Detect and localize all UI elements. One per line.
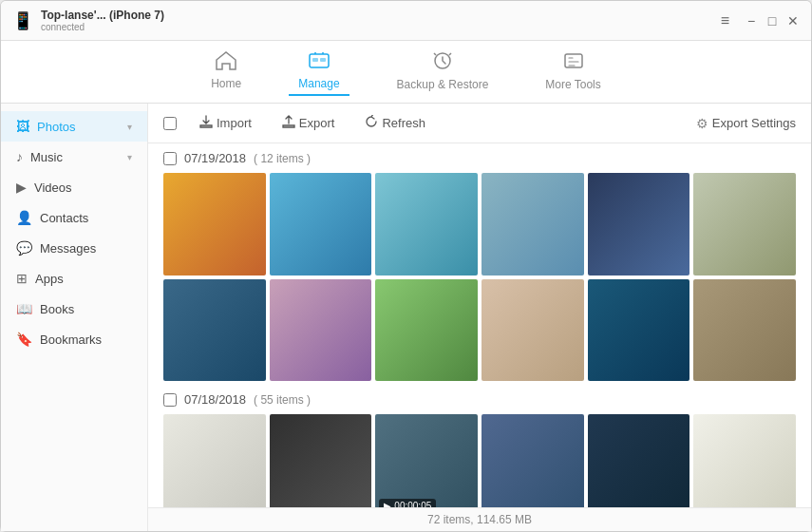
- title-bar-left: 📱 Top-lanse'... (iPhone 7) connected: [12, 9, 164, 32]
- restore-button[interactable]: □: [765, 14, 779, 28]
- photo-group-2: 07/18/2018 ( 55 items ) ▶ 00:00:05: [163, 392, 796, 507]
- music-icon: ♪: [16, 149, 23, 164]
- photo-thumb[interactable]: [270, 414, 372, 507]
- bookmarks-icon: 🔖: [16, 332, 32, 347]
- chevron-down-icon-music: ▾: [127, 152, 132, 162]
- photo-thumb[interactable]: [270, 279, 372, 382]
- status-text: 72 items, 114.65 MB: [427, 513, 532, 526]
- tab-home[interactable]: Home: [201, 48, 251, 96]
- select-all-checkbox[interactable]: [163, 117, 177, 130]
- tab-backup-label: Backup & Restore: [397, 78, 489, 91]
- group-2-count: ( 55 items ): [254, 393, 311, 407]
- group-2-checkbox[interactable]: [163, 393, 177, 407]
- apps-icon: ⊞: [16, 271, 28, 286]
- sidebar-item-messages-label: Messages: [40, 241, 96, 256]
- photos-icon: 🖼: [16, 119, 29, 134]
- menu-button[interactable]: ≡: [721, 12, 729, 29]
- contacts-icon: 👤: [16, 210, 32, 225]
- refresh-button[interactable]: Refresh: [357, 111, 433, 135]
- sidebar-item-bookmarks-label: Bookmarks: [40, 332, 102, 347]
- title-bar: 📱 Top-lanse'... (iPhone 7) connected ≡ −…: [1, 1, 811, 41]
- group-header-1: 07/19/2018 ( 12 items ): [163, 151, 796, 165]
- video-duration: 00:00:05: [394, 501, 431, 507]
- photo-thumb[interactable]: [482, 279, 584, 382]
- refresh-label: Refresh: [382, 116, 425, 130]
- photo-thumb[interactable]: [482, 414, 584, 507]
- main-layout: 🖼 Photos ▾ ♪ Music ▾ ▶ Videos: [1, 104, 811, 531]
- sidebar-item-music[interactable]: ♪ Music ▾: [1, 142, 147, 172]
- sidebar-item-photos-label: Photos: [37, 120, 75, 134]
- device-status: connected: [41, 22, 164, 32]
- gear-icon: ⚙: [696, 116, 708, 131]
- photo-thumb[interactable]: [482, 173, 584, 276]
- export-label: Export: [299, 116, 335, 130]
- svg-rect-2: [320, 58, 326, 62]
- export-settings-label: Export Settings: [712, 116, 796, 130]
- tab-backup[interactable]: Backup & Restore: [387, 47, 499, 97]
- photo-thumb[interactable]: [693, 279, 796, 382]
- sidebar-item-music-label: Music: [30, 150, 63, 164]
- sidebar-item-videos[interactable]: ▶ Videos: [1, 172, 147, 202]
- sidebar-item-books-label: Books: [40, 302, 74, 316]
- video-icon: ▶: [384, 501, 391, 507]
- toolbar-left: Import Export: [163, 111, 433, 135]
- photo-grid-2: ▶ 00:00:05: [163, 414, 796, 507]
- sidebar-item-photos[interactable]: 🖼 Photos ▾: [1, 111, 147, 142]
- status-bar: 72 items, 114.65 MB: [148, 507, 811, 531]
- photo-thumb[interactable]: [375, 173, 478, 276]
- photo-thumb[interactable]: [270, 173, 372, 276]
- tab-tools[interactable]: More Tools: [536, 47, 610, 97]
- photo-thumb[interactable]: [693, 414, 796, 507]
- import-button[interactable]: Import: [192, 111, 259, 135]
- sidebar-item-contacts-label: Contacts: [40, 211, 88, 225]
- photo-grid-1: [163, 173, 796, 381]
- photo-group-1: 07/19/2018 ( 12 items ): [163, 151, 796, 381]
- export-icon: [282, 115, 295, 131]
- photo-thumb[interactable]: [588, 279, 690, 382]
- group-header-2: 07/18/2018 ( 55 items ): [163, 392, 796, 407]
- photo-thumb[interactable]: [588, 414, 690, 507]
- export-settings-button[interactable]: ⚙ Export Settings: [696, 116, 796, 131]
- tools-icon: [562, 50, 585, 76]
- group-1-date: 07/19/2018: [184, 151, 246, 165]
- title-bar-controls: ≡ − □ ✕: [721, 12, 800, 29]
- import-label: Import: [217, 116, 252, 130]
- manage-icon: [308, 51, 330, 75]
- photo-thumb[interactable]: [588, 173, 690, 276]
- backup-icon: [431, 50, 454, 76]
- video-badge: ▶ 00:00:05: [379, 499, 436, 507]
- refresh-icon: [365, 115, 378, 131]
- device-info: Top-lanse'... (iPhone 7) connected: [41, 9, 164, 32]
- sidebar-item-apps-label: Apps: [35, 272, 64, 286]
- export-button[interactable]: Export: [274, 111, 343, 135]
- sidebar-item-videos-label: Videos: [34, 180, 72, 195]
- sidebar-item-books[interactable]: 📖 Books: [1, 294, 147, 324]
- sidebar-item-bookmarks[interactable]: 🔖 Bookmarks: [1, 324, 147, 354]
- photo-thumb[interactable]: [163, 279, 266, 382]
- chevron-down-icon: ▾: [127, 122, 132, 132]
- close-button[interactable]: ✕: [786, 14, 800, 28]
- photo-thumb[interactable]: [163, 414, 266, 507]
- svg-rect-1: [312, 58, 318, 62]
- minimize-button[interactable]: −: [745, 14, 758, 28]
- sidebar-item-messages[interactable]: 💬 Messages: [1, 233, 147, 263]
- group-1-count: ( 12 items ): [254, 152, 311, 165]
- photo-thumb[interactable]: [163, 173, 266, 276]
- videos-icon: ▶: [16, 180, 27, 195]
- tab-manage-label: Manage: [298, 77, 339, 90]
- books-icon: 📖: [16, 301, 32, 316]
- messages-icon: 💬: [16, 240, 32, 256]
- nav-tabs: Home Manage Backup & Restor: [1, 41, 811, 104]
- photo-thumb[interactable]: [375, 279, 478, 382]
- home-icon: [216, 51, 236, 75]
- photo-thumb[interactable]: ▶ 00:00:05: [375, 414, 478, 507]
- content-area: Import Export: [148, 104, 811, 531]
- device-icon: 📱: [12, 10, 33, 31]
- photo-thumb[interactable]: [693, 173, 796, 276]
- sidebar-item-apps[interactable]: ⊞ Apps: [1, 263, 147, 294]
- sidebar-item-contacts[interactable]: 👤 Contacts: [1, 202, 147, 233]
- group-2-date: 07/18/2018: [184, 392, 246, 407]
- group-1-checkbox[interactable]: [163, 152, 177, 165]
- app-window: 📱 Top-lanse'... (iPhone 7) connected ≡ −…: [0, 0, 812, 532]
- tab-manage[interactable]: Manage: [289, 48, 349, 96]
